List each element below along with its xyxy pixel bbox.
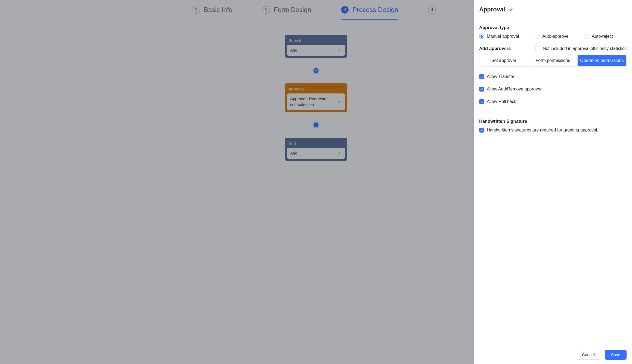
panel-body: Approval type Manual approval Auto-appro… xyxy=(474,19,632,345)
radio-auto-reject[interactable]: Auto-reject xyxy=(584,34,613,39)
radio-icon xyxy=(535,34,540,39)
checkbox-label: Allow Add/Remove approver xyxy=(487,87,542,92)
approval-type-heading: Approval type xyxy=(479,25,627,30)
approval-settings-panel: Approval Approval type Manual approval A… xyxy=(474,0,632,364)
tab-operation-permissions[interactable]: Operation permissions xyxy=(578,55,626,66)
radio-icon xyxy=(479,34,484,39)
tab-form-permissions[interactable]: Form permissions xyxy=(528,55,577,66)
radio-label: Manual approval xyxy=(487,34,519,39)
edit-icon[interactable] xyxy=(508,7,513,12)
panel-header: Approval xyxy=(474,0,632,19)
operation-permissions-list: Allow Transfer Allow Add/Remove approver… xyxy=(479,74,627,104)
save-button[interactable]: Save xyxy=(605,350,627,360)
checkbox-label: Allow Transfer xyxy=(487,74,514,79)
checkbox-icon xyxy=(479,128,484,133)
radio-label: Auto-reject xyxy=(592,34,613,39)
handwritten-signature-heading: Handwritten Signature xyxy=(479,119,627,124)
radio-label: Auto-approve xyxy=(542,34,568,39)
approval-type-radios: Manual approval Auto-approve Auto-reject xyxy=(479,34,627,39)
add-approvers-heading: Add approvers xyxy=(479,46,511,51)
checkbox-allow-add-remove[interactable]: Allow Add/Remove approver xyxy=(479,87,627,92)
checkbox-allow-rollback[interactable]: Allow Roll back xyxy=(479,99,627,104)
checkbox-icon xyxy=(535,46,540,51)
cancel-button[interactable]: Cancel xyxy=(576,350,601,360)
panel-title: Approval xyxy=(479,6,505,13)
checkbox-label: Handwritten signatures are required for … xyxy=(487,128,598,133)
efficiency-stats-checkbox[interactable]: Not included in approval efficiency stat… xyxy=(535,46,627,51)
checkbox-label: Allow Roll back xyxy=(487,99,516,104)
checkbox-icon xyxy=(479,99,484,104)
checkbox-label: Not included in approval efficiency stat… xyxy=(543,46,627,51)
checkbox-allow-transfer[interactable]: Allow Transfer xyxy=(479,74,627,79)
panel-footer: Cancel Save xyxy=(474,345,632,364)
radio-manual-approval[interactable]: Manual approval xyxy=(479,34,519,39)
checkbox-icon xyxy=(479,87,484,92)
approver-segmented-tabs: Set approver Form permissions Operation … xyxy=(479,55,627,67)
radio-icon xyxy=(584,34,589,39)
tab-set-approver[interactable]: Set approver xyxy=(479,55,528,66)
radio-auto-approve[interactable]: Auto-approve xyxy=(535,34,568,39)
checkbox-icon xyxy=(479,74,484,79)
checkbox-handwritten-signature[interactable]: Handwritten signatures are required for … xyxy=(479,128,627,133)
